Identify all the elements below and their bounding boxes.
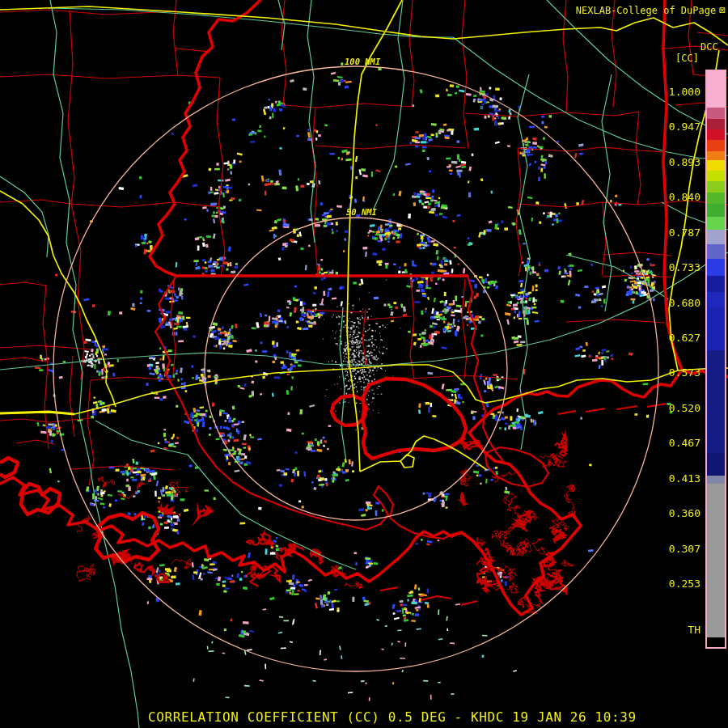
color-scale-segment	[707, 140, 725, 151]
scale-tick-label: 0.413	[669, 472, 700, 485]
scale-tick-label: 0.733	[669, 261, 700, 273]
color-scale-segment	[707, 484, 725, 637]
color-scale-segment	[707, 292, 725, 307]
scale-tick-label: 0.893	[669, 156, 700, 168]
color-scale-segment	[707, 181, 725, 193]
map-layer	[0, 0, 728, 728]
color-scale-segment	[707, 217, 725, 230]
brand-title: NEXLAB-College of DuPage	[576, 5, 716, 16]
scale-tick-label: 0.947	[669, 121, 700, 133]
color-scale-segment	[707, 171, 725, 181]
scale-tick-label: 0.680	[669, 297, 700, 309]
state-borders-and-rivers	[0, 0, 728, 615]
color-scale-segment	[707, 129, 725, 140]
range-ring-label-50nmi: 50 NMI	[346, 207, 377, 217]
scale-tick-label: 0.840	[669, 191, 700, 203]
color-scale-segment	[707, 151, 725, 160]
color-scale-segment	[707, 244, 725, 259]
station-marker-icon: ⊠	[719, 6, 726, 15]
range-ring-label-100nmi: 100 NMI	[345, 57, 380, 66]
color-scale-segment	[707, 259, 725, 276]
scale-tick-label: 0.360	[669, 507, 700, 519]
scale-tick-label: 0.307	[669, 543, 700, 555]
scale-tick-label: 0.467	[669, 437, 700, 449]
color-scale-segment	[707, 350, 725, 453]
color-scale-segment	[707, 476, 725, 484]
radar-display: NEXLAB-College of DuPage⊠ DCC [CC] 100 N…	[0, 0, 728, 728]
threshold-label: TH	[688, 624, 700, 636]
color-scale-segment	[707, 230, 725, 244]
scale-tick-label: 0.627	[669, 332, 700, 344]
color-scale-segment	[707, 71, 725, 108]
color-scale-segment	[707, 204, 725, 217]
color-scale-segment	[707, 276, 725, 292]
color-scale-segment	[707, 108, 725, 119]
color-scale-bar	[705, 70, 726, 649]
brand-banner: NEXLAB-College of DuPage⊠	[576, 5, 726, 16]
scale-tick-label: 0.787	[669, 226, 700, 239]
lakes	[0, 379, 466, 561]
product-title: CORRELATION COEFFICIENT (CC) 0.5 DEG - K…	[148, 709, 637, 725]
color-scale-segment	[707, 193, 725, 204]
color-scale-segment	[707, 307, 725, 350]
scale-tick-label: 0.253	[669, 578, 700, 590]
scale-tick-label: 0.573	[669, 366, 700, 379]
product-code-label: DCC	[700, 41, 718, 53]
color-scale-segment	[707, 119, 725, 129]
color-scale-segment	[707, 637, 725, 647]
rivers-and-secondary-roads	[0, 0, 728, 728]
color-scale-segment	[707, 453, 725, 476]
product-unit-label: [CC]	[675, 53, 699, 64]
color-scale-segment	[707, 160, 725, 171]
coastal-waterways	[155, 276, 667, 605]
scale-tick-label: 1.000	[669, 86, 700, 98]
scale-tick-label: 0.520	[669, 402, 700, 414]
